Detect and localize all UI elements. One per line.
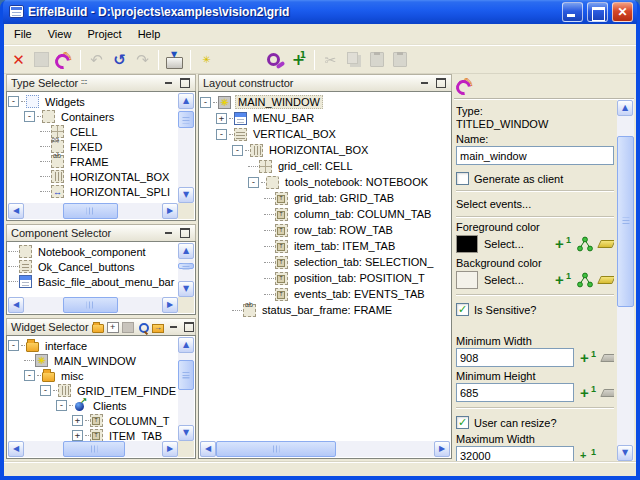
tree-item-containers[interactable]: -Containers (8, 109, 178, 124)
add-constant-icon[interactable] (580, 385, 596, 401)
refresh-button[interactable] (108, 49, 131, 71)
scroll-up-button[interactable]: ▲ (178, 337, 194, 353)
foreground-select-button[interactable]: Select... (484, 238, 524, 250)
type-selector-header[interactable]: Type Selector (6, 74, 196, 91)
panel-maximize-icon[interactable] (178, 78, 191, 89)
generate-as-client-checkbox[interactable] (456, 172, 469, 185)
widget-selector-header[interactable]: Widget Selector (6, 318, 196, 335)
scroll-right-button[interactable]: ▶ (162, 297, 178, 313)
scroll-up-button[interactable]: ▲ (178, 243, 194, 259)
hierarchy-icon[interactable] (577, 236, 593, 252)
panel-minimize-icon[interactable] (418, 78, 431, 89)
collapse-toggle-icon[interactable]: - (24, 111, 35, 122)
tree-item-menu-bar[interactable]: +MENU_BAR (200, 110, 450, 126)
tree-item-status-bar-frame-frame[interactable]: status_bar_frame: FRAME (200, 302, 450, 318)
tree-item-vertical-box[interactable]: -VERTICAL_BOX (200, 126, 450, 142)
tree-item-main-window[interactable]: -MAIN_WINDOW (200, 94, 450, 110)
eraser-icon[interactable] (597, 240, 614, 248)
eraser-icon[interactable] (597, 276, 614, 284)
minimum-height-input[interactable] (456, 383, 574, 402)
add-constant-icon[interactable] (555, 272, 571, 288)
tree-item-grid-item-finde[interactable]: -GRID_ITEM_FINDE (8, 383, 178, 398)
scroll-up-button[interactable]: ▲ (178, 93, 194, 109)
horizontal-scrollbar[interactable]: ◀▶ (8, 441, 178, 457)
tree-item-column-tab-column-tab[interactable]: column_tab: COLUMN_TAB (200, 206, 450, 222)
panel-maximize-icon[interactable] (178, 228, 191, 239)
scrollbar-thumb[interactable] (63, 297, 118, 313)
blank-icon[interactable] (122, 322, 134, 333)
grid-view-icon[interactable] (81, 78, 93, 89)
scroll-down-button[interactable]: ▼ (178, 187, 194, 203)
tree-item-misc[interactable]: -misc (8, 368, 178, 383)
maximum-width-input[interactable] (456, 446, 574, 461)
vertical-scrollbar[interactable]: ▲▼ (178, 93, 194, 203)
tree-item-notebook-component[interactable]: Notebook_component (8, 244, 178, 259)
name-input[interactable] (456, 146, 614, 165)
scrollbar-thumb[interactable] (63, 203, 118, 219)
scrollbar-thumb[interactable] (63, 441, 125, 457)
collapse-toggle-icon[interactable]: - (8, 96, 19, 107)
search-icon[interactable] (137, 322, 149, 333)
scroll-left-button[interactable]: ◀ (8, 441, 24, 457)
is-sensitive-checkbox[interactable]: ✓ (456, 303, 469, 316)
tree-item-horizontal-box[interactable]: -HORIZONTAL_BOX (200, 142, 450, 158)
collapse-toggle-icon[interactable]: - (248, 177, 259, 188)
maximize-button[interactable] (587, 2, 608, 22)
horizontal-scrollbar[interactable]: ◀▶ (8, 203, 178, 219)
scroll-right-button[interactable]: ▶ (434, 441, 450, 457)
tree-item-selection-tab-selection[interactable]: selection_tab: SELECTION_ (200, 254, 450, 270)
expand-all-icon[interactable] (107, 322, 119, 333)
tree-item-tools-notebook-notebook[interactable]: -tools_notebook: NOTEBOOK (200, 174, 450, 190)
tree-item-interface[interactable]: -interface (8, 338, 178, 353)
collapse-toggle-icon[interactable]: - (8, 340, 19, 351)
collapse-toggle-icon[interactable]: - (232, 145, 243, 156)
new-folder-icon[interactable] (92, 324, 104, 333)
expand-toggle-icon[interactable]: + (216, 113, 227, 124)
close-button[interactable] (612, 2, 633, 22)
add-constant-icon[interactable] (580, 448, 596, 462)
scroll-down-button[interactable]: ▼ (178, 281, 194, 297)
vertical-scrollbar[interactable]: ▲▼ (178, 337, 194, 441)
scroll-left-button[interactable]: ◀ (200, 441, 216, 457)
scroll-left-button[interactable]: ◀ (8, 297, 24, 313)
addone-button[interactable] (287, 49, 310, 71)
background-swatch[interactable] (456, 271, 478, 289)
panel-minimize-icon[interactable] (162, 228, 175, 239)
tree-item-events-tab-events-tab[interactable]: events_tab: EVENTS_TAB (200, 286, 450, 302)
background-select-button[interactable]: Select... (484, 274, 524, 286)
collapse-toggle-icon[interactable]: - (216, 129, 227, 140)
horizontal-scrollbar[interactable]: ◀▶ (8, 297, 178, 313)
menu-help[interactable]: Help (130, 25, 169, 43)
minimum-width-input[interactable] (456, 348, 574, 367)
tree-item-cell[interactable]: CELL (8, 124, 178, 139)
collapse-toggle-icon[interactable]: - (40, 385, 51, 396)
layout-constructor-header[interactable]: Layout constructor (198, 74, 452, 91)
window-preview-button[interactable] (218, 49, 241, 71)
wrench-button[interactable] (53, 49, 76, 71)
scrollbar-thumb[interactable] (617, 136, 634, 307)
settings-window-button[interactable] (195, 49, 218, 71)
tree-item-horizontal-box[interactable]: HORIZONTAL_BOX (8, 169, 178, 184)
tree-item-frame[interactable]: FRAME (8, 154, 178, 169)
scroll-right-button[interactable]: ▶ (162, 441, 178, 457)
expand-toggle-icon[interactable]: + (72, 430, 83, 441)
panel-minimize-icon[interactable] (162, 78, 175, 89)
tree-item-row-tab-row-tab[interactable]: row_tab: ROW_TAB (200, 222, 450, 238)
scroll-up-button[interactable]: ▲ (617, 100, 633, 116)
tree-item-column-t[interactable]: +COLUMN_T (8, 413, 178, 428)
menu-project[interactable]: Project (79, 25, 129, 43)
tree-item-item-tab[interactable]: +ITEM_TAB (8, 428, 178, 441)
edit-object-icon[interactable] (454, 75, 477, 97)
scrollbar-thumb[interactable] (216, 441, 336, 457)
scrollbar-thumb[interactable] (178, 111, 194, 127)
tree-item-basic-file-about-menu-bar[interactable]: Basic_file_about_menu_bar (8, 274, 178, 289)
tree-item-fixed[interactable]: FIXED (8, 139, 178, 154)
tree-item-ok-cancel-buttons[interactable]: Ok_Cancel_buttons (8, 259, 178, 274)
generate-button[interactable] (163, 49, 186, 71)
tree-item-position-tab-position-t[interactable]: position_tab: POSITION_T (200, 270, 450, 286)
collapse-toggle-icon[interactable]: - (24, 370, 35, 381)
scrollbar-thumb[interactable] (178, 360, 194, 390)
add-constant-icon[interactable] (555, 236, 571, 252)
foreground-swatch[interactable] (456, 235, 478, 253)
component-selector-header[interactable]: Component Selector (6, 224, 196, 241)
